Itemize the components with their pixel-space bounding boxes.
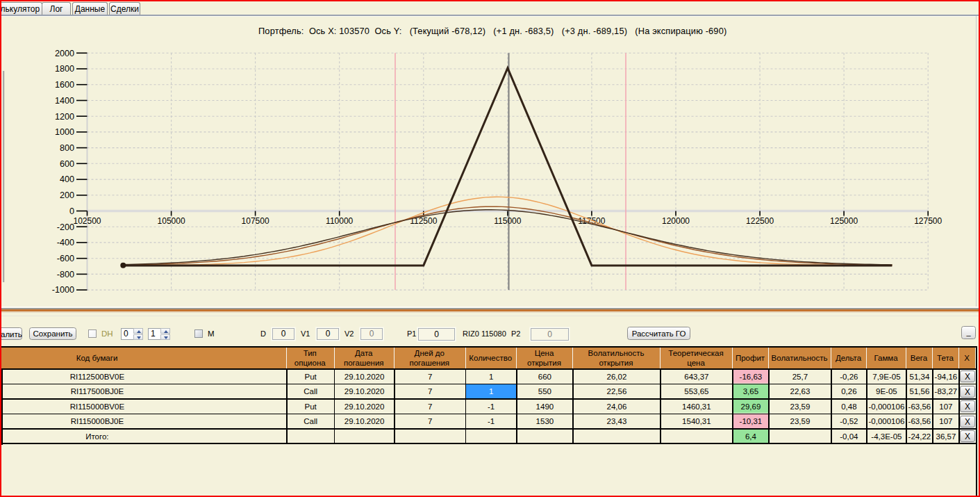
svg-text:400: 400 xyxy=(60,174,74,184)
svg-text:2000: 2000 xyxy=(55,49,74,58)
svg-text:0: 0 xyxy=(69,206,74,216)
svg-text:1000: 1000 xyxy=(55,127,74,137)
svg-text:-200: -200 xyxy=(57,222,74,232)
svg-text:125000: 125000 xyxy=(830,216,858,226)
svg-text:115000: 115000 xyxy=(494,216,521,226)
svg-text:-400: -400 xyxy=(57,238,74,247)
svg-text:120000: 120000 xyxy=(662,216,690,226)
svg-text:1200: 1200 xyxy=(55,112,74,122)
svg-text:127500: 127500 xyxy=(914,216,942,226)
svg-text:800: 800 xyxy=(60,143,74,153)
svg-text:107500: 107500 xyxy=(242,216,269,226)
svg-text:200: 200 xyxy=(60,190,74,200)
svg-text:1800: 1800 xyxy=(55,64,74,74)
svg-text:102500: 102500 xyxy=(73,216,101,226)
svg-text:-1000: -1000 xyxy=(52,285,74,295)
svg-text:-600: -600 xyxy=(57,254,74,263)
svg-text:600: 600 xyxy=(60,159,74,169)
svg-text:1400: 1400 xyxy=(55,96,74,106)
svg-text:-800: -800 xyxy=(57,270,74,279)
svg-text:110000: 110000 xyxy=(326,216,353,226)
svg-text:122500: 122500 xyxy=(746,216,774,226)
svg-text:105000: 105000 xyxy=(158,216,185,226)
svg-text:1600: 1600 xyxy=(55,80,74,90)
